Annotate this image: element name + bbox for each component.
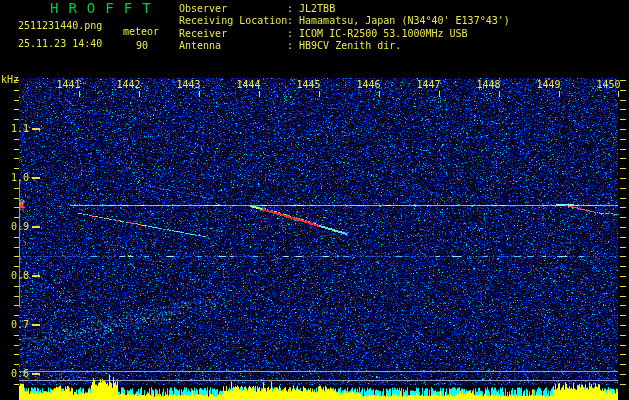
file-name: 2511231440.png [18,20,102,31]
y-axis-unit: kHz [1,74,19,85]
y-axis-tick-label: 0.8 [2,271,29,281]
info-value: ICOM IC-R2500 53.1000MHz USB [293,28,468,39]
x-axis-tick-label: 1445 [296,80,320,90]
info-value: JL2TBB [293,3,335,14]
info-value: Hamamatsu, Japan (N34°40' E137°43') [293,15,510,26]
y-axis-tick-label: 0.6 [2,369,29,379]
station-info-block: Observer:JL2TBB Receiving Location:Hamam… [179,3,510,53]
hrofft-screen: HROFFT 2511231440.png meteor 25.11.23 14… [0,0,629,400]
info-value: HB9CV Zenith dir. [293,40,401,51]
spectrogram-canvas [0,0,629,400]
info-row-antenna: Antenna:HB9CV Zenith dir. [179,40,510,52]
y-axis-tick-label: 1.1 [2,124,29,134]
x-axis-tick-label: 1447 [416,80,440,90]
x-axis-tick-label: 1448 [476,80,500,90]
info-label: Receiver [179,28,287,40]
x-axis-tick-label: 1444 [236,80,260,90]
sample-count: 90 [136,40,148,51]
y-axis-tick-label: 0.9 [2,222,29,232]
info-label: Antenna [179,40,287,52]
x-axis-tick-label: 1450 [596,80,620,90]
datetime-label: 25.11.23 14:40 [18,38,102,49]
info-row-observer: Observer:JL2TBB [179,3,510,15]
x-axis-tick-label: 1449 [536,80,560,90]
app-title: HROFFT [50,2,161,15]
info-label: Receiving Location [179,15,287,27]
y-axis-tick-label: 0.7 [2,320,29,330]
x-axis-tick-label: 1441 [56,80,80,90]
x-axis-tick-label: 1446 [356,80,380,90]
x-axis-tick-label: 1442 [116,80,140,90]
info-row-location: Receiving Location:Hamamatsu, Japan (N34… [179,15,510,27]
info-label: Observer [179,3,287,15]
mode-label: meteor [123,26,159,37]
y-axis-tick-label: 1.0 [2,173,29,183]
x-axis-tick-label: 1443 [176,80,200,90]
info-row-receiver: Receiver:ICOM IC-R2500 53.1000MHz USB [179,28,510,40]
